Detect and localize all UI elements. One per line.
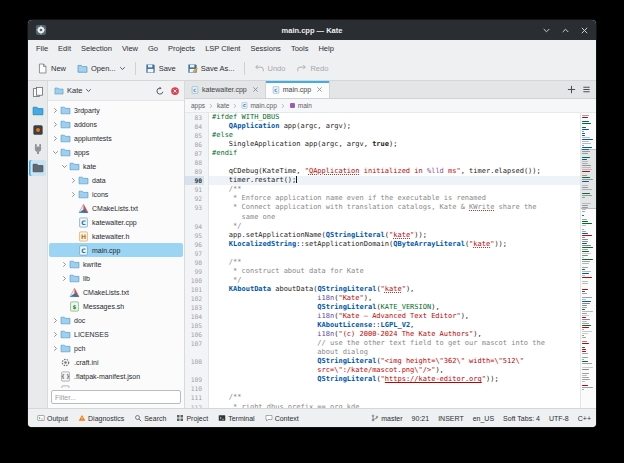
statusbar-90-21-item[interactable]: 90:21 [412,415,430,422]
statusbar-context-button[interactable]: Context [261,413,303,423]
tree-item-data[interactable]: data [49,173,183,187]
code-line-87[interactable]: 87#endif [185,149,580,158]
statusbar-utf-8-item[interactable]: UTF-8 [549,415,569,422]
statusbar-diagnostics-button[interactable]: Diagnostics [74,413,128,423]
tree-item-lib[interactable]: lib [49,271,183,285]
menu-sessions[interactable]: Sessions [245,40,285,57]
code-line-94[interactable]: 94 */ [185,222,580,231]
code-line-106[interactable]: 106 i18n("(c) 2000-2024 The Kate Authors… [185,330,580,339]
minimap-scrollbar[interactable] [580,113,596,408]
new-tab-button[interactable] [566,84,577,95]
code-line-97[interactable]: 97 [185,249,580,258]
code-line-90[interactable]: 90 timer.restart(); [185,176,580,185]
menu-view[interactable]: View [117,40,143,57]
tab-list-button[interactable] [581,84,592,95]
tree-item-apps[interactable]: apps [49,145,183,159]
tree-item-pch[interactable]: pch [49,341,183,355]
tree-item-kwrite[interactable]: kwrite [49,257,183,271]
breadcrumb-kate[interactable]: kate [217,102,229,109]
menu-projects[interactable]: Projects [163,40,200,57]
tree-item-flatpak-manifest-json[interactable]: { }.flatpak-manifest.json [49,369,183,383]
tree-item-doc[interactable]: doc [49,313,183,327]
tab-close-icon[interactable] [252,86,259,93]
breadcrumb-main-cpp[interactable]: Cmain.cpp [241,102,276,109]
open-button[interactable]: Open... [72,61,131,76]
reload-project-button[interactable] [153,84,166,97]
toolview-plugins-button[interactable] [29,141,46,157]
code-line-108[interactable]: 108 QStringLiteral("<img height=\"362\" … [185,357,580,366]
statusbar-insert-item[interactable]: INSERT [438,415,464,422]
tree-item-kate[interactable]: kate [49,159,183,173]
tree-item-gitignore[interactable]: .gitignore [49,383,183,388]
code-line-85[interactable]: 85#else [185,131,580,140]
menu-go[interactable]: Go [143,40,163,57]
new-button[interactable]: New [32,61,71,76]
code-line-wrap[interactable]: about dialog [185,348,580,357]
tree-item-katewaiter-h[interactable]: Hkatewaiter.h [49,229,183,243]
tree-item-katewaiter-cpp[interactable]: Ckatewaiter.cpp [49,215,183,229]
tree-item-icons[interactable]: icons [49,187,183,201]
code-line-101[interactable]: 101 KAboutData aboutData(QStringLiteral(… [185,285,580,294]
code-line-88[interactable]: 88 [185,158,580,167]
code-line-91[interactable]: 91 /** [185,185,580,194]
statusbar-c-item[interactable]: C++ [578,415,591,422]
code-line-wrap[interactable]: same one [185,213,580,222]
breadcrumb-main[interactable]: main [289,102,312,109]
code-line-110[interactable]: 110 [185,384,580,393]
code-line-86[interactable]: 86 SingleApplication app(argc, argv, tru… [185,140,580,149]
code-line-103[interactable]: 103 QStringLiteral(KATE_VERSION), [185,303,580,312]
code-line-96[interactable]: 96 KLocalizedString::setApplicationDomai… [185,240,580,249]
redo-button[interactable]: Redo [291,61,333,76]
minimap-slider[interactable] [581,149,596,209]
tree-item-craft-ini[interactable]: .craft.ini [49,355,183,369]
code-line-102[interactable]: 102 i18n("Kate"), [185,294,580,303]
menu-lsp-client[interactable]: LSP Client [200,40,245,57]
menu-selection[interactable]: Selection [76,40,117,57]
code-line-92[interactable]: 92 * Enforce application name even if th… [185,194,580,203]
project-selector[interactable]: Kate [51,85,95,97]
statusbar-en-us-item[interactable]: en_US [473,415,494,422]
titlebar[interactable]: main.cpp — Kate [28,20,596,40]
statusbar-project-button[interactable]: Project [172,413,212,423]
tree-item-licenses[interactable]: LICENSES [49,327,183,341]
tree-item-appiumtests[interactable]: appiumtests [49,131,183,145]
text-editor[interactable]: 83#ifdef WITH_DBUS84 QApplication app(ar… [185,113,596,408]
code-line-104[interactable]: 104 i18n("Kate – Advanced Text Editor"), [185,312,580,321]
undo-button[interactable]: Undo [249,61,291,76]
code-line-95[interactable]: 95 app.setApplicationName(QStringLiteral… [185,231,580,240]
tree-item-cmakelists-txt[interactable]: CMakeLists.txt [49,285,183,299]
code-line-93[interactable]: 93 * Connect application with translatio… [185,203,580,212]
tree-item-addons[interactable]: addons [49,117,183,131]
filter-input[interactable] [51,390,181,404]
menu-tools[interactable]: Tools [286,40,314,57]
tab-katewaiter-cpp[interactable]: Ckatewaiter.cpp [185,81,266,98]
save-as-button[interactable]: Save As... [182,61,240,76]
menu-help[interactable]: Help [313,40,338,57]
code-line-wrap[interactable]: src=\":/kate/mascot.png\"/>"), [185,366,580,375]
breadcrumb-apps[interactable]: apps [191,102,205,109]
menu-file[interactable]: File [31,40,53,57]
statusbar-terminal-button[interactable]: Terminal [214,413,258,423]
statusbar-search-button[interactable]: Search [130,413,170,423]
tab-main-cpp[interactable]: Cmain.cpp [266,81,330,98]
code-line-109[interactable]: 109 QStringLiteral("https://kate-editor.… [185,375,580,384]
code-line-100[interactable]: 100 */ [185,276,580,285]
tab-close-icon[interactable] [316,86,323,93]
code-line-83[interactable]: 83#ifdef WITH_DBUS [185,113,580,122]
tree-item-3rdparty[interactable]: 3rdparty [49,103,183,117]
toolview-external-tools-button[interactable] [29,122,46,138]
menu-edit[interactable]: Edit [53,40,76,57]
statusbar-master-item[interactable]: master [371,414,402,422]
maximize-button[interactable] [561,26,570,35]
tree-item-main-cpp[interactable]: Cmain.cpp [49,243,183,257]
statusbar-soft-tabs-4-item[interactable]: Soft Tabs: 4 [503,415,540,422]
save-button[interactable]: Save [140,61,181,76]
code-line-111[interactable]: 111 /** [185,393,580,402]
close-button[interactable] [580,26,589,35]
code-line-107[interactable]: 107 // use the other text field to get o… [185,339,580,348]
toolview-projects-button[interactable] [29,160,46,176]
code-line-99[interactable]: 99 * construct about data for Kate [185,267,580,276]
code-line-105[interactable]: 105 KAboutLicense::LGPL_V2, [185,321,580,330]
minimize-button[interactable] [542,26,551,35]
code-line-98[interactable]: 98 /** [185,258,580,267]
